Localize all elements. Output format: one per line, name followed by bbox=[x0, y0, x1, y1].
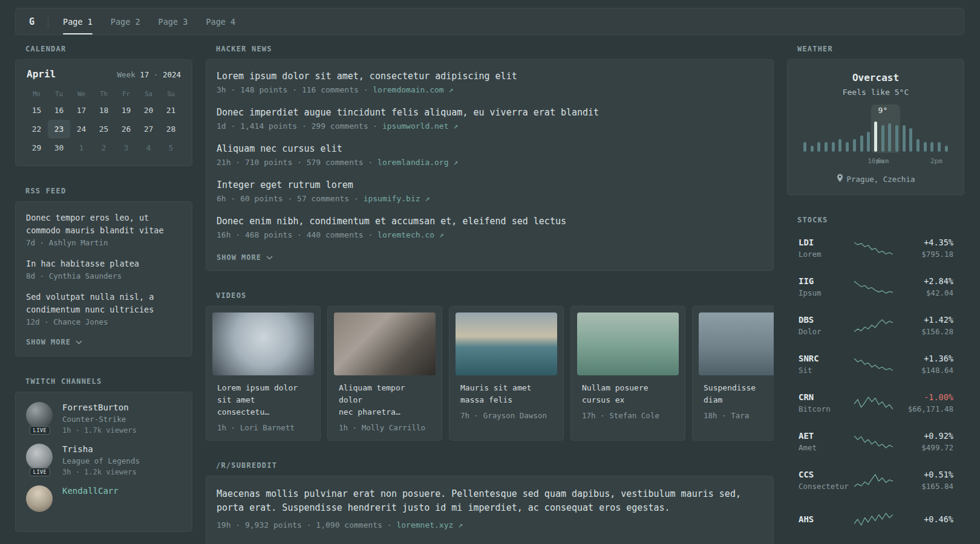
twitch-channel-row[interactable]: LIVE ForrestBurton Counter-Strike 1h · 1… bbox=[26, 402, 181, 435]
video-title[interactable]: Nullam posuere cursus ex bbox=[582, 382, 674, 406]
video-title[interactable]: Lorem ipsum dolor sit amet consectetu… bbox=[217, 382, 309, 418]
hackernews-item: Aliquam nec cursus elit 21h · 710 points… bbox=[217, 143, 763, 167]
stock-row[interactable]: DBS Dolor +1.42% $156.28 bbox=[788, 311, 964, 340]
video-card[interactable]: Nullam posuere cursus ex 17h · Stefan Co… bbox=[570, 306, 685, 441]
twitch-card: LIVE ForrestBurton Counter-Strike 1h · 1… bbox=[15, 392, 192, 532]
video-card[interactable]: Lorem ipsum dolor sit amet consectetu… 1… bbox=[206, 306, 321, 441]
stock-row[interactable]: SNRC Sit +1.36% $148.64 bbox=[788, 349, 964, 379]
page-tab-label: Page 4 bbox=[206, 17, 235, 27]
weather-bar bbox=[853, 139, 856, 152]
rss-item-title[interactable]: Sed volutpat nulla nisl, a condimentum n… bbox=[26, 291, 181, 316]
page-tab-label: Page 1 bbox=[63, 17, 93, 27]
stock-row[interactable]: AHS +0.46% bbox=[788, 504, 964, 534]
stock-row[interactable]: IIG Ipsum +2.84% $42.04 bbox=[788, 272, 964, 302]
stock-row[interactable]: LDI Lorem +4.35% $795.18 bbox=[788, 233, 964, 263]
stock-row[interactable]: CCS Consectetur +0.51% $165.84 bbox=[788, 465, 964, 495]
video-card[interactable]: Aliquam tempor dolor nec pharetra… 1h · … bbox=[327, 306, 442, 441]
stock-ticker: AHS bbox=[799, 514, 852, 524]
calendar-weekday: Mo bbox=[25, 86, 48, 101]
stock-id: IIG Ipsum bbox=[799, 276, 852, 297]
video-thumbnail[interactable] bbox=[699, 312, 774, 375]
weather-location: Prague, Czechia bbox=[797, 174, 954, 184]
video-title[interactable]: Mauris sit amet massa felis bbox=[460, 382, 552, 406]
hackernews-item-title[interactable]: Donec enim nibh, condimentum et accumsan… bbox=[217, 216, 763, 227]
video-title[interactable]: Suspendisse diam bbox=[704, 382, 774, 406]
subreddit-widget: /R/SUBREDDIT Maecenas mollis pulvinar er… bbox=[206, 461, 774, 544]
stock-id: DBS Dolor bbox=[799, 315, 852, 336]
stock-price: $66,171.48 bbox=[895, 404, 953, 413]
hackernews-domain-link[interactable]: loremtech.co ↗ bbox=[377, 230, 444, 239]
weather-time-label: 2pm bbox=[930, 157, 942, 165]
calendar-day: 16 bbox=[48, 101, 70, 120]
hackernews-item-meta: 21h · 710 points · 579 comments · loreml… bbox=[217, 158, 763, 167]
weather-bar bbox=[825, 142, 828, 152]
twitch-channel-category: Counter-Strike bbox=[62, 415, 137, 424]
hackernews-item-title[interactable]: Donec imperdiet augue tincidunt felis al… bbox=[217, 107, 763, 118]
rss-card: Donec tempor eros leo, ut commodo mauris… bbox=[15, 201, 192, 357]
stock-name: Ipsum bbox=[799, 288, 852, 297]
app-logo[interactable]: G bbox=[29, 16, 34, 27]
video-meta: 18h · Tara bbox=[704, 411, 774, 420]
calendar-year: 2024 bbox=[163, 70, 181, 79]
rss-item[interactable]: Sed volutpat nulla nisl, a condimentum n… bbox=[26, 291, 181, 326]
show-more-label: SHOW MORE bbox=[26, 338, 71, 346]
section-label-weather: WEATHER bbox=[797, 45, 964, 53]
calendar-day: 15 bbox=[25, 101, 48, 120]
stock-row[interactable]: AET Amet +0.92% $499.72 bbox=[788, 427, 964, 456]
hackernews-show-more-button[interactable]: SHOW MORE bbox=[217, 252, 763, 263]
stock-change: -1.00% bbox=[895, 392, 953, 402]
hackernews-domain-link[interactable]: loremdomain.com ↗ bbox=[373, 85, 453, 94]
stock-id: CRN Bitcorn bbox=[799, 392, 852, 413]
calendar-weekday: We bbox=[70, 86, 93, 101]
video-title[interactable]: Aliquam tempor dolor nec pharetra… bbox=[339, 382, 431, 418]
stock-ticker: SNRC bbox=[799, 354, 852, 363]
hackernews-item-title[interactable]: Integer eget rutrum lorem bbox=[217, 180, 763, 190]
hackernews-item-title[interactable]: Lorem ipsum dolor sit amet, consectetur … bbox=[217, 71, 763, 82]
video-thumbnail[interactable] bbox=[334, 312, 436, 375]
weather-bar bbox=[909, 128, 912, 152]
twitch-channel-name[interactable]: Trisha bbox=[62, 444, 140, 454]
rss-item-title[interactable]: In hac habitasse platea bbox=[26, 257, 181, 270]
rss-item-title[interactable]: Donec tempor eros leo, ut commodo mauris… bbox=[26, 212, 181, 237]
section-label-stocks: STOCKS bbox=[797, 216, 964, 224]
twitch-channel-name[interactable]: KendallCarr bbox=[62, 486, 119, 496]
stock-ticker: IIG bbox=[799, 276, 852, 286]
hackernews-meta-text: 6h · 60 points · 57 comments · bbox=[217, 194, 359, 203]
subreddit-post-title[interactable]: Maecenas mollis pulvinar erat non posuer… bbox=[217, 487, 763, 515]
weather-bar bbox=[832, 142, 835, 152]
video-card[interactable]: Mauris sit amet massa felis 7h · Grayson… bbox=[449, 306, 564, 441]
calendar-day: 20 bbox=[137, 101, 160, 120]
twitch-channel-row[interactable]: LIVE Trisha League of Legends 3h · 1.2k … bbox=[26, 444, 181, 476]
stock-price: $499.72 bbox=[895, 443, 953, 452]
calendar-week-number: 17 bbox=[140, 70, 149, 79]
section-label-calendar: CALENDAR bbox=[25, 45, 192, 53]
rss-item[interactable]: Donec tempor eros leo, ut commodo mauris… bbox=[26, 212, 181, 247]
twitch-channel-category: League of Legends bbox=[62, 456, 140, 465]
subreddit-domain-link[interactable]: loremnet.xyz ↗ bbox=[396, 520, 463, 529]
middle-column: HACKER NEWS Lorem ipsum dolor sit amet, … bbox=[206, 45, 774, 544]
hackernews-domain-link[interactable]: ipsumworld.net ↗ bbox=[382, 121, 458, 131]
calendar-header: April Week 17 · 2024 bbox=[25, 68, 182, 80]
hackernews-item-title[interactable]: Aliquam nec cursus elit bbox=[217, 143, 763, 154]
hackernews-item-meta: 16h · 468 points · 440 comments · loremt… bbox=[217, 230, 763, 239]
page-tab[interactable]: Page 3 bbox=[158, 8, 188, 34]
calendar-month: April bbox=[27, 68, 56, 80]
hackernews-domain-link[interactable]: ipsumify.biz ↗ bbox=[364, 194, 430, 203]
rss-item-meta: 7d · Ashlyn Martin bbox=[26, 238, 181, 247]
video-card[interactable]: Suspendisse diam 18h · Tara bbox=[692, 306, 774, 441]
twitch-channel-name[interactable]: ForrestBurton bbox=[62, 403, 137, 412]
hackernews-domain-link[interactable]: loremlandia.org ↗ bbox=[377, 158, 458, 167]
twitch-channel-row[interactable]: KendallCarr bbox=[26, 485, 181, 516]
video-thumbnail[interactable] bbox=[212, 312, 314, 375]
page-tab[interactable]: Page 1 bbox=[63, 8, 93, 34]
rss-show-more-button[interactable]: SHOW MORE bbox=[26, 337, 181, 348]
calendar-day: 24 bbox=[70, 120, 93, 138]
video-thumbnail[interactable] bbox=[577, 312, 679, 375]
twitch-channel-info: ForrestBurton Counter-Strike 1h · 1.7k v… bbox=[62, 402, 137, 435]
stock-row[interactable]: CRN Bitcorn -1.00% $66,171.48 bbox=[788, 388, 964, 418]
page-tab[interactable]: Page 4 bbox=[206, 8, 235, 34]
rss-item[interactable]: In hac habitasse platea 8d · Cynthia Sau… bbox=[26, 257, 181, 280]
page-tab[interactable]: Page 2 bbox=[111, 8, 140, 34]
page-tab-label: Page 2 bbox=[111, 17, 140, 27]
video-thumbnail[interactable] bbox=[456, 312, 557, 375]
